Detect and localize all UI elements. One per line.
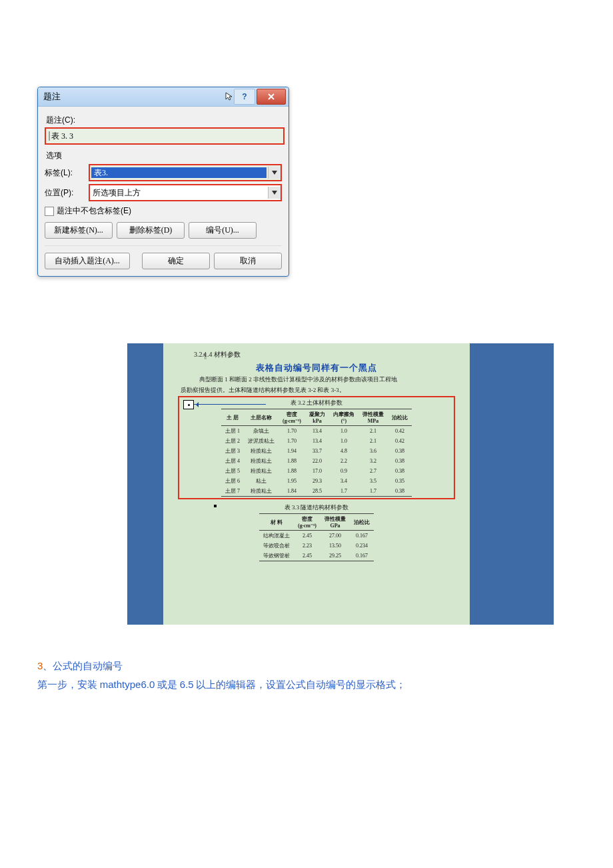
- caption-field-label: 题注(C):: [46, 115, 282, 126]
- table-cell: 4.8: [329, 446, 358, 456]
- table-cell: 1.70: [279, 436, 305, 446]
- table-3-2: 土 层土层名称密度(g·cm⁻³)凝聚力kPa内摩擦角(°)弹性模量MPa泊松比…: [221, 409, 412, 497]
- paragraph-mark-icon: ¶: [203, 353, 207, 360]
- word-document-screenshot: ¶ 3.2.1.4 材料参数 表格自动编号同样有一个黑点 典型断面 1 和断面 …: [127, 343, 554, 625]
- table-row: 土层 4粉质粘土1.8822.02.23.20.38: [221, 456, 412, 466]
- table-row: 土层 7粉质粘土1.8428.51.71.70.38: [221, 486, 412, 497]
- table-cell: 0.38: [388, 456, 412, 466]
- help-button[interactable]: ?: [234, 89, 255, 105]
- table-cell: 28.5: [305, 486, 329, 497]
- table-cell: 1.84: [279, 486, 305, 497]
- table-header-cell: 泊松比: [388, 409, 412, 426]
- table-3-3-caption: 表 3.3 隧道结构材料参数: [167, 503, 466, 512]
- ok-button[interactable]: 确定: [142, 253, 210, 269]
- table-header-cell: 密度(g·cm⁻³): [279, 409, 305, 426]
- auto-caption-button[interactable]: 自动插入题注(A)...: [45, 253, 130, 269]
- table-cell: 等效咬合桩: [259, 541, 294, 551]
- position-combobox-value: 所选项目上方: [90, 187, 268, 199]
- table-cell: 0.9: [329, 466, 358, 476]
- table-cell: 0.42: [388, 436, 412, 446]
- table-row: 土层 1杂填土1.7013.41.02.10.42: [221, 426, 412, 437]
- dialog-titlebar[interactable]: 题注 ?: [38, 87, 289, 107]
- table-cell: 29.3: [305, 476, 329, 486]
- exclude-label-checkbox-label: 题注中不包含标签(E): [57, 205, 131, 217]
- table-cell: 0.38: [388, 486, 412, 497]
- table-cell: 2.1: [358, 436, 388, 446]
- table-cell: 1.70: [279, 426, 305, 437]
- body-text-line: 质勘察报告提供。土体和隧道结构材料参数见表 3-2 和表 3-3。: [181, 386, 452, 395]
- table-cell: 17.0: [305, 466, 329, 476]
- table-cell: 0.35: [388, 476, 412, 486]
- position-combobox[interactable]: 所选项目上方: [89, 184, 282, 201]
- dialog-body: 题注(C): 表 3. 3 选项 标签(L): 表3. 位置(P): 所选项目上…: [38, 107, 289, 276]
- table-cell: 淤泥质粘土: [244, 436, 279, 446]
- callout-arrow-icon: [194, 404, 266, 405]
- table-cell: 3.2: [358, 456, 388, 466]
- table-cell: 土层 4: [221, 456, 244, 466]
- table-header-cell: 材 料: [259, 514, 294, 531]
- table-cell: 1.94: [279, 446, 305, 456]
- new-label-button[interactable]: 新建标签(N)...: [45, 222, 113, 239]
- cursor-icon: [225, 92, 234, 101]
- table-cell: 土层 1: [221, 426, 244, 437]
- table-cell: 粉质粘土: [244, 446, 279, 456]
- table-header-cell: 内摩擦角(°): [329, 409, 358, 426]
- step-paragraph: 第一步，安装 mathtype6.0 或是 6.5 以上的编辑器，设置公式自动编…: [37, 677, 576, 693]
- dialog-title: 题注: [43, 91, 222, 103]
- table-cell: 1.88: [279, 466, 305, 476]
- table-cell: 2.2: [329, 456, 358, 466]
- table-cell: 1.95: [279, 476, 305, 486]
- table-cell: 1.7: [329, 486, 358, 497]
- table-cell: 粉质粘土: [244, 486, 279, 497]
- delete-label-button[interactable]: 删除标签(D): [117, 222, 185, 239]
- table-cell: 0.167: [350, 531, 374, 541]
- exclude-label-checkbox-row[interactable]: 题注中不包含标签(E): [45, 205, 282, 217]
- options-section-label: 选项: [46, 150, 282, 161]
- table-cell: 粘土: [244, 476, 279, 486]
- checkbox-icon[interactable]: [45, 207, 54, 216]
- table-cell: 0.38: [388, 466, 412, 476]
- table-cell: 2.45: [294, 551, 320, 561]
- table-cell: 0.42: [388, 426, 412, 437]
- table-cell: 2.1: [358, 426, 388, 437]
- table-row: 土层 3粉质粘土1.9433.74.83.60.38: [221, 446, 412, 456]
- table-cell: 2.23: [294, 541, 320, 551]
- table-header-cell: 土层名称: [244, 409, 279, 426]
- caption-input-value: 表 3. 3: [51, 131, 73, 142]
- dropdown-arrow-icon[interactable]: [268, 187, 281, 199]
- table-cell: 22.0: [305, 456, 329, 466]
- label-combobox-value: 表3.: [91, 167, 267, 178]
- table-cell: 1.7: [358, 486, 388, 497]
- table-cell: 0.38: [388, 446, 412, 456]
- table-row: 等效钢管桩2.4529.250.167: [259, 551, 374, 561]
- table-cell: 13.4: [305, 436, 329, 446]
- table-cell: 3.5: [358, 476, 388, 486]
- table-header-cell: 凝聚力kPa: [305, 409, 329, 426]
- position-field-label: 位置(P):: [45, 187, 89, 199]
- table-header-cell: 土 层: [221, 409, 244, 426]
- table-cell: 等效钢管桩: [259, 551, 294, 561]
- section-heading: 3.2.1.4 材料参数: [194, 350, 466, 359]
- table-cell: 2.7: [358, 466, 388, 476]
- document-page: ¶ 3.2.1.4 材料参数 表格自动编号同样有一个黑点 典型断面 1 和断面 …: [163, 343, 470, 625]
- bullet-marker-box: [183, 400, 194, 409]
- caret-icon: [49, 131, 50, 141]
- table-header-cell: 弹性模量MPa: [358, 409, 388, 426]
- table-cell: 29.25: [320, 551, 350, 561]
- table-cell: 土层 6: [221, 476, 244, 486]
- cancel-button[interactable]: 取消: [214, 253, 282, 269]
- table-row: 土层 2淤泥质粘土1.7013.41.02.10.42: [221, 436, 412, 446]
- table-cell: 粉质粘土: [244, 466, 279, 476]
- table-row: 土层 6粘土1.9529.33.43.50.35: [221, 476, 412, 486]
- table-cell: 33.7: [305, 446, 329, 456]
- section-title-paragraph: 3、公式的自动编号: [37, 658, 576, 674]
- table-cell: 杂填土: [244, 426, 279, 437]
- label-combobox[interactable]: 表3.: [89, 164, 282, 181]
- version-number: 6.5: [180, 679, 194, 690]
- numbering-button[interactable]: 编号(U)...: [189, 222, 257, 239]
- table-3-3: 材 料密度(g·cm⁻³)弹性模量GPa泊松比 结构混凝土2.4527.000.…: [259, 513, 374, 561]
- caption-input[interactable]: 表 3. 3: [45, 127, 285, 145]
- table-cell: 1.88: [279, 456, 305, 466]
- dropdown-arrow-icon[interactable]: [268, 167, 281, 179]
- close-button[interactable]: [257, 89, 286, 105]
